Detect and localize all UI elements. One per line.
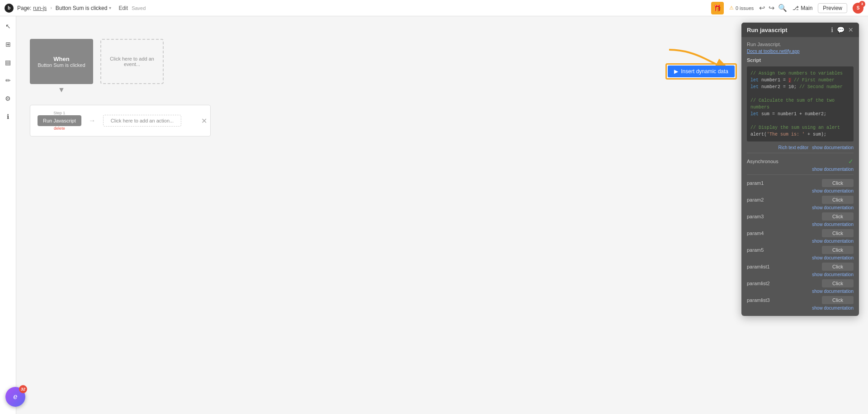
param-row-param1: param1Clickshow documentation xyxy=(747,178,854,193)
insert-arrow-icon: ▶ xyxy=(674,68,678,75)
param-doc-param3[interactable]: show documentation xyxy=(747,222,854,227)
docs-link[interactable]: Docs at toolbox.netlify.app xyxy=(747,49,854,54)
warning-icon: ⚠ xyxy=(729,5,734,11)
add-action-box[interactable]: Click here to add an action... xyxy=(103,115,181,127)
param-label-paramlist1: paramlist1 xyxy=(747,264,783,269)
param-input-row-param3: param3Click xyxy=(747,211,854,222)
panel-body: Run Javascript. Docs at toolbox.netlify.… xyxy=(741,37,859,316)
workflow-name: Button Sum is clicked ▾ xyxy=(56,5,112,11)
add-event-box[interactable]: Click here to add an event... xyxy=(100,39,164,84)
param-click-btn-paramlist1[interactable]: Click xyxy=(822,263,854,271)
topbar: b Page: run-js › Button Sum is clicked ▾… xyxy=(0,0,868,16)
logo[interactable]: b xyxy=(5,4,14,13)
when-title: When xyxy=(53,56,69,62)
param-click-btn-param4[interactable]: Click xyxy=(822,229,854,237)
param-input-row-param2: param2Click xyxy=(747,194,854,205)
search-icon[interactable]: 🔍 xyxy=(778,4,787,12)
param-doc-paramlist1[interactable]: show documentation xyxy=(747,272,854,277)
param-label-param1: param1 xyxy=(747,180,783,186)
rich-text-link[interactable]: Rich text editor xyxy=(778,145,809,150)
step-arrow-icon: → xyxy=(89,117,96,125)
sidebar-item-plugins[interactable]: ⚙ xyxy=(2,92,14,105)
param-row-paramlist2: paramlist2Clickshow documentation xyxy=(747,278,854,294)
param-input-row-paramlist2: paramlist2Click xyxy=(747,278,854,289)
page-info: Page: run-js xyxy=(17,5,47,11)
param-label-param5: param5 xyxy=(747,247,783,253)
edit-link[interactable]: Edit xyxy=(118,5,128,11)
param-doc-param2[interactable]: show documentation xyxy=(747,205,854,210)
param-doc-param1[interactable]: show documentation xyxy=(747,188,854,193)
when-down-arrow: ▼ xyxy=(58,86,65,94)
page-name[interactable]: run-js xyxy=(33,5,47,11)
script-line-2: let number1 = ; // First number xyxy=(750,77,850,84)
sidebar-item-elements[interactable]: ▤ xyxy=(2,56,14,69)
panel-close-icon[interactable]: ✕ xyxy=(848,26,854,33)
panel-title: Run javascript xyxy=(747,27,788,33)
script-line-3: let number2 = 10; // Second number xyxy=(750,84,850,90)
async-doc-link[interactable]: show documentation xyxy=(747,167,854,172)
run-javascript-panel: Run javascript ℹ 💬 ✕ Run Javascript. Doc… xyxy=(741,23,859,316)
script-line-6: // Display the sum using an alert xyxy=(750,124,850,131)
param-click-btn-paramlist3[interactable]: Click xyxy=(822,296,854,304)
redo-icon[interactable]: ↪ xyxy=(769,4,774,12)
param-click-btn-paramlist2[interactable]: Click xyxy=(822,279,854,287)
param-click-btn-param5[interactable]: Click xyxy=(822,246,854,254)
topbar-right: 🎁 ⚠ 0 issues ↩ ↪ 🔍 ⎇ Main Preview S 3 xyxy=(711,2,863,14)
sidebar-item-layers[interactable]: ⊞ xyxy=(2,38,14,51)
when-block: When Button Sum is clicked ▼ xyxy=(30,39,93,96)
close-workflow-icon[interactable]: ✕ xyxy=(201,117,207,125)
async-row: Asynchronous ✓ xyxy=(747,156,854,167)
panel-comment-icon[interactable]: 💬 xyxy=(837,26,844,33)
param-row-param3: param3Clickshow documentation xyxy=(747,211,854,227)
param-row-param2: param2Clickshow documentation xyxy=(747,194,854,210)
insert-dynamic-highlight: ▶ Insert dynamic data xyxy=(665,63,737,80)
bottom-avatar[interactable]: e 32 xyxy=(5,387,25,407)
notification-badge: 3 xyxy=(859,1,865,7)
show-doc-script[interactable]: show documentation xyxy=(812,145,854,150)
issues-count[interactable]: ⚠ 0 issues xyxy=(729,5,754,11)
param-doc-param4[interactable]: show documentation xyxy=(747,239,854,244)
param-row-paramlist3: paramlist3Clickshow documentation xyxy=(747,295,854,310)
when-card[interactable]: When Button Sum is clicked xyxy=(30,39,93,84)
branch-info: ⎇ Main xyxy=(793,5,812,11)
sidebar-item-cursor[interactable]: ↖ xyxy=(2,20,14,33)
param-doc-paramlist2[interactable]: show documentation xyxy=(747,289,854,294)
param-click-btn-param3[interactable]: Click xyxy=(822,212,854,221)
params-container: param1Clickshow documentationparam2Click… xyxy=(747,178,854,310)
param-doc-paramlist3[interactable]: show documentation xyxy=(747,306,854,310)
avatar[interactable]: S 3 xyxy=(853,3,863,14)
param-click-btn-param1[interactable]: Click xyxy=(822,179,854,187)
avatar-symbol: e xyxy=(14,393,18,401)
param-label-param3: param3 xyxy=(747,214,783,219)
step-delete[interactable]: delete xyxy=(54,126,65,131)
when-subtitle: Button Sum is clicked xyxy=(38,62,85,68)
param-label-param4: param4 xyxy=(747,231,783,236)
sidebar-item-info[interactable]: ℹ xyxy=(2,110,14,123)
avatar-circle[interactable]: e 32 xyxy=(5,387,25,407)
panel-info-icon[interactable]: ℹ xyxy=(831,26,833,33)
gift-icon[interactable]: 🎁 xyxy=(711,2,724,14)
undo-icon[interactable]: ↩ xyxy=(759,4,765,12)
param-input-row-param5: param5Click xyxy=(747,245,854,255)
async-label: Asynchronous xyxy=(747,159,778,164)
script-line-5: let sum = number1 + number2; xyxy=(750,111,850,118)
page-label: Page: xyxy=(17,5,31,11)
preview-button[interactable]: Preview xyxy=(818,3,847,13)
script-footer: Rich text editor show documentation xyxy=(747,145,854,150)
insert-dynamic-button[interactable]: ▶ Insert dynamic data xyxy=(668,66,735,77)
param-click-btn-param2[interactable]: Click xyxy=(822,196,854,204)
script-line-1: // Assign two numbers to variables xyxy=(750,70,850,77)
param-input-row-param1: param1Click xyxy=(747,178,854,188)
script-editor[interactable]: // Assign two numbers to variables let n… xyxy=(747,66,854,141)
branch-icon: ⎇ xyxy=(793,5,799,11)
param-label-param2: param2 xyxy=(747,197,783,202)
sidebar-item-pen[interactable]: ✏ xyxy=(2,74,14,87)
toolbar-icons: ↩ ↪ 🔍 xyxy=(759,4,787,12)
panel-header: Run javascript ℹ 💬 ✕ xyxy=(741,23,859,37)
param-label-paramlist3: paramlist3 xyxy=(747,297,783,303)
script-line-4: // Calculate the sum of the two numbers xyxy=(750,97,850,111)
async-checkbox[interactable]: ✓ xyxy=(848,158,854,165)
script-label: Script xyxy=(747,57,761,63)
step-card[interactable]: Run Javascript xyxy=(38,115,81,126)
param-doc-param5[interactable]: show documentation xyxy=(747,255,854,260)
